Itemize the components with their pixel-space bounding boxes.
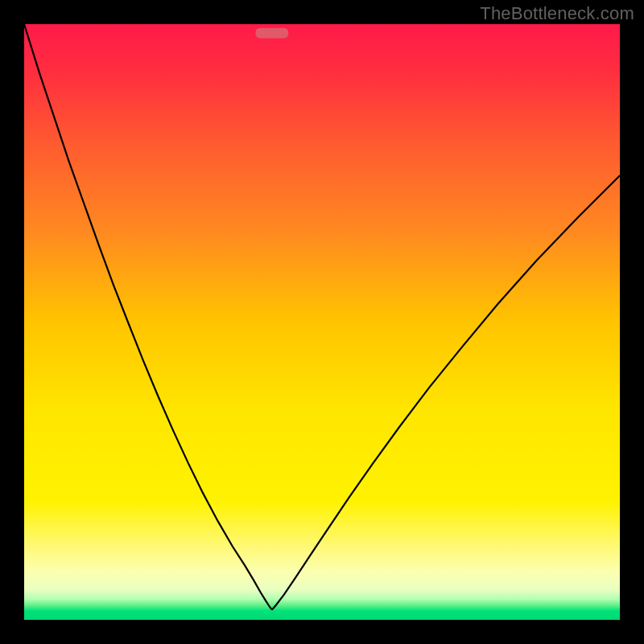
watermark-text: TheBottleneck.com [480, 3, 634, 24]
bottleneck-chart [24, 24, 620, 620]
gradient-background [24, 24, 620, 620]
outer-frame: TheBottleneck.com [0, 0, 644, 644]
bottom-marker [255, 28, 288, 39]
